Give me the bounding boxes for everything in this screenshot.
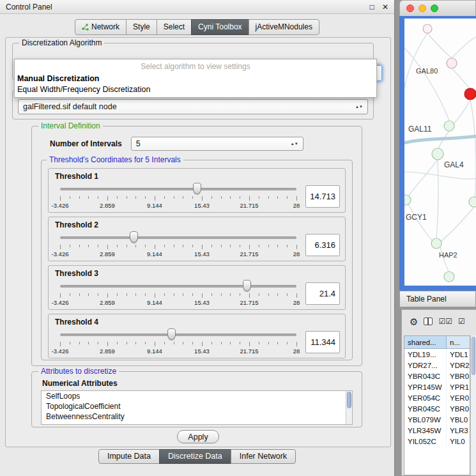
node-label-gal4[interactable]: GAL4	[444, 160, 464, 169]
cell-name[interactable]: YDL1	[447, 349, 470, 360]
tab-infer-network[interactable]: Infer Network	[231, 449, 296, 464]
table-data-combobox[interactable]: galFiltered.sif default node ▲▼	[18, 99, 368, 114]
cell-shared-name[interactable]: YDL19...	[404, 349, 447, 360]
select-all-checkbox-icon[interactable]: ☑☑	[438, 318, 452, 325]
tab-cyni-toolbox[interactable]: Cyni Toolbox	[191, 19, 249, 35]
node-label-gal11[interactable]: GAL11	[408, 125, 431, 134]
slider-track[interactable]	[60, 334, 296, 336]
bottom-tab-bar: Impute Data Discretize Data Infer Networ…	[0, 449, 394, 464]
list-scrollbar[interactable]	[346, 391, 352, 424]
cell-name[interactable]: YLR3	[447, 425, 470, 436]
discretization-algorithm-title: Discretization Algorithm	[19, 38, 104, 47]
slider-thumb[interactable]	[167, 328, 176, 340]
threshold-1-slider[interactable]: -3.4262.8599.14415.4321.71528	[60, 182, 296, 210]
function-checkbox-icon[interactable]: ☑	[458, 318, 465, 325]
slider-thumb[interactable]	[130, 231, 138, 243]
node-label-gal80[interactable]: GAL80	[416, 67, 438, 75]
cell-name[interactable]: YBR0	[447, 371, 470, 381]
slider-track[interactable]	[60, 236, 296, 239]
tab-discretize-data[interactable]: Discretize Data	[159, 449, 231, 464]
number-of-intervals-combobox[interactable]: 5 ▲▼	[131, 137, 303, 151]
zoom-traffic-light-icon[interactable]	[431, 4, 438, 12]
tab-jactivemnodules[interactable]: jActiveMNodules	[249, 19, 319, 35]
node-label-gcy1[interactable]: GCY1	[406, 213, 427, 222]
cell-shared-name[interactable]: YPR145W	[404, 381, 447, 392]
column-header-name[interactable]: n...	[447, 336, 470, 348]
list-scrollbar-thumb[interactable]	[347, 392, 351, 408]
slider-tick-labels: -3.4262.8599.14415.4321.71528	[60, 202, 296, 210]
tab-style[interactable]: Style	[126, 19, 157, 35]
close-traffic-light-icon[interactable]	[406, 4, 414, 12]
table-row[interactable]: YBR043CYBR0	[404, 371, 470, 381]
threshold-2-slider[interactable]: -3.4262.8599.14415.4321.71528	[60, 231, 296, 259]
cell-name[interactable]: YPR1	[447, 381, 470, 392]
gear-icon[interactable]: ⚙	[410, 317, 418, 326]
tab-jactivemnodules-label: jActiveMNodules	[256, 22, 312, 31]
table-scrollbar[interactable]	[470, 335, 476, 475]
close-window-icon[interactable]: ✕	[382, 3, 388, 12]
dropdown-placeholder-text: Select algorithm to view settings	[15, 59, 376, 73]
list-item[interactable]: BetweennessCentrality	[42, 411, 352, 422]
dropdown-item-manual-discretization[interactable]: Manual Discretization	[15, 73, 376, 84]
threshold-1-label: Threshold 1	[55, 172, 340, 181]
dropdown-item-equal-width-frequency[interactable]: Equal Width/Frequency Discretization	[15, 84, 376, 95]
numerical-attributes-label: Numerical Attributes	[42, 379, 362, 388]
table-row[interactable]: YBL079WYBL0	[404, 414, 470, 425]
network-window-titlebar	[399, 0, 476, 16]
threshold-1-value-field[interactable]: 14.713	[305, 185, 340, 208]
cell-shared-name[interactable]: YBR043C	[404, 371, 447, 381]
cell-name[interactable]: YDR2	[447, 360, 470, 371]
numerical-attributes-list[interactable]: SelfLoops TopologicalCoefficient Between…	[41, 390, 353, 425]
table-row[interactable]: YBR045CYBR0	[404, 403, 470, 414]
cell-name[interactable]: YER0	[447, 392, 470, 403]
node-table[interactable]: shared... n... YDL19...YDL1 YDR27...YDR2…	[404, 335, 470, 475]
apply-button[interactable]: Apply	[177, 430, 219, 443]
cell-shared-name[interactable]: YER054C	[404, 392, 447, 403]
slider-thumb[interactable]	[193, 183, 201, 194]
tab-select-label: Select	[164, 22, 185, 31]
table-row[interactable]: YPR145WYPR1	[404, 381, 470, 392]
float-window-icon[interactable]: □	[370, 3, 374, 12]
network-canvas[interactable]: GAL80 GAL11 GAL4 GCY1 HAP2	[404, 19, 476, 286]
table-row[interactable]: YIL052CYIL0	[404, 436, 470, 447]
discretization-algorithm-group: Discretization Algorithm ▲▼ Select algor…	[12, 43, 374, 80]
column-chooser-icon[interactable]	[424, 318, 433, 325]
node-label-hap2[interactable]: HAP2	[439, 251, 457, 259]
tab-network-label: Network	[91, 22, 119, 31]
cell-name[interactable]: YBL0	[447, 414, 470, 425]
slider-tick-labels: -3.4262.8599.14415.4321.71528	[60, 348, 296, 355]
table-row[interactable]: YDL19...YDL1	[404, 349, 470, 360]
cell-shared-name[interactable]: YDR27...	[404, 360, 447, 371]
tab-network[interactable]: Network	[75, 19, 127, 35]
table-scrollbar-thumb[interactable]	[472, 337, 475, 375]
minimize-traffic-light-icon[interactable]	[418, 4, 426, 12]
cell-name[interactable]: YBR0	[447, 403, 470, 414]
threshold-3-slider[interactable]: -3.4262.8599.14415.4321.71528	[60, 279, 296, 307]
list-item[interactable]: TopologicalCoefficient	[42, 401, 352, 411]
slider-ticks	[60, 196, 296, 201]
network-window-frame: GAL80 GAL11 GAL4 GCY1 HAP2	[399, 16, 476, 291]
threshold-2-value-field[interactable]: 6.316	[305, 234, 340, 256]
threshold-3-value-field[interactable]: 21.4	[305, 282, 340, 305]
threshold-3-panel: Threshold 3 -3.4262.8599.14415.4321.7152…	[48, 265, 346, 310]
table-panel-title: Table Panel	[406, 295, 447, 303]
tab-impute-data[interactable]: Impute Data	[98, 449, 160, 464]
table-row[interactable]: YLR345WYLR3	[404, 425, 470, 436]
cell-shared-name[interactable]: YBR045C	[404, 403, 447, 414]
cell-shared-name[interactable]: YLR345W	[404, 425, 447, 436]
threshold-4-value-field[interactable]: 11.344	[305, 331, 340, 353]
table-row[interactable]: YDR27...YDR2	[404, 360, 470, 371]
slider-thumb[interactable]	[243, 280, 251, 291]
slider-track[interactable]	[60, 188, 296, 190]
column-header-shared-name[interactable]: shared...	[404, 336, 447, 348]
number-of-intervals-row: Number of Intervals 5 ▲▼	[50, 137, 362, 151]
list-item[interactable]: SelfLoops	[42, 391, 352, 401]
cell-name[interactable]: YIL0	[447, 436, 470, 447]
tab-select[interactable]: Select	[157, 19, 192, 35]
network-view-window: GAL80 GAL11 GAL4 GCY1 HAP2	[399, 0, 476, 291]
table-row[interactable]: YER054CYER0	[404, 392, 470, 403]
cell-shared-name[interactable]: YBL079W	[404, 414, 447, 425]
threshold-4-slider[interactable]: -3.4262.8599.14415.4321.71528	[60, 328, 296, 356]
cell-shared-name[interactable]: YIL052C	[404, 436, 447, 447]
slider-track[interactable]	[60, 285, 296, 288]
